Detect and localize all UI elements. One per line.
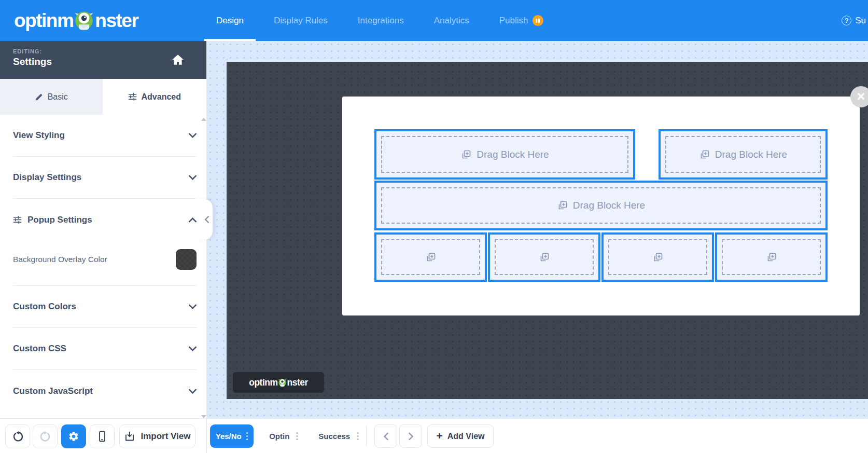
section-popup-settings-label: Popup Settings: [27, 215, 92, 225]
color-swatch[interactable]: [176, 249, 197, 270]
view-tab-success[interactable]: Success: [313, 424, 365, 448]
publish-paused-badge-icon: [533, 15, 543, 26]
section-custom-colors-label: Custom Colors: [13, 301, 76, 312]
sidebar-collapse-handle[interactable]: [199, 199, 213, 240]
previous-view-button[interactable]: [374, 424, 397, 448]
drag-block-dropzone[interactable]: [601, 232, 714, 282]
view-tab-optin[interactable]: Optin: [261, 424, 306, 448]
nav-tab-analytics[interactable]: Analytics: [422, 0, 481, 41]
sidebar-header: EDITING: Settings: [0, 41, 206, 79]
block-row-3: [374, 232, 828, 282]
redo-button[interactable]: [33, 424, 58, 448]
nav-tab-display-rules[interactable]: Display Rules: [262, 0, 340, 41]
add-block-icon: [699, 149, 710, 160]
watermark-text-prefix: optinm: [249, 377, 277, 388]
drag-block-dropzone[interactable]: [488, 232, 600, 282]
block-row-1: Drag Block Here Drag Block Here: [374, 129, 828, 180]
tab-basic-label: Basic: [48, 92, 68, 102]
nav-tab-publish[interactable]: Publish: [487, 0, 555, 41]
block-row-2: Drag Block Here: [374, 181, 828, 230]
mobile-preview-button[interactable]: [90, 424, 115, 448]
next-view-button[interactable]: [399, 424, 422, 448]
view-tab-yesno[interactable]: Yes/No: [210, 424, 254, 448]
optinmonster-logo[interactable]: optinm nster: [14, 0, 138, 41]
nav-tab-display-rules-label: Display Rules: [274, 16, 328, 26]
drag-block-dropzone[interactable]: Drag Block Here: [659, 129, 828, 180]
chevron-left-icon: [383, 432, 389, 441]
section-display-settings[interactable]: Display Settings: [13, 157, 197, 199]
import-icon: [124, 431, 135, 442]
help-label: Su: [855, 16, 866, 26]
add-block-icon: [539, 252, 550, 263]
editor-sidebar: EDITING: Settings Basic: [0, 41, 207, 418]
watermark-text-suffix: nster: [287, 377, 308, 388]
nav-tab-design[interactable]: Design: [204, 0, 256, 41]
tab-advanced[interactable]: Advanced: [103, 79, 207, 115]
section-custom-colors[interactable]: Custom Colors: [13, 286, 197, 328]
view-tab-optin-label: Optin: [269, 432, 289, 441]
add-view-label: Add View: [447, 432, 485, 441]
view-tab-yesno-label: Yes/No: [216, 432, 242, 441]
section-popup-settings-label-group: Popup Settings: [13, 215, 92, 225]
undo-icon: [12, 431, 24, 443]
app-window: optinm nster Design Display: [0, 0, 868, 453]
optinmonster-watermark-badge: optinm nster: [233, 372, 324, 393]
drag-block-label: Drag Block Here: [715, 149, 787, 160]
section-view-styling[interactable]: View Styling: [13, 115, 197, 157]
add-block-icon: [460, 149, 472, 160]
section-popup-settings-group: Popup Settings Background Overlay Color: [13, 199, 197, 286]
section-view-styling-label: View Styling: [13, 130, 65, 141]
monster-mascot-icon: [74, 9, 94, 32]
add-view-button[interactable]: + Add View: [427, 424, 494, 448]
home-icon[interactable]: [171, 53, 185, 68]
redo-icon: [39, 431, 51, 443]
field-background-overlay-color-label: Background Overlay Color: [13, 255, 107, 264]
logo-text-suffix: nster: [95, 10, 138, 32]
import-view-label: Import View: [141, 431, 190, 442]
add-block-icon: [557, 200, 568, 211]
field-background-overlay-color: Background Overlay Color: [13, 241, 197, 285]
kebab-menu-icon[interactable]: [357, 432, 359, 441]
popup-block-rows: Drag Block Here Drag Block Here: [374, 129, 828, 282]
import-view-button[interactable]: Import View: [119, 424, 195, 448]
drag-block-dropzone[interactable]: [715, 232, 828, 282]
tab-basic[interactable]: Basic: [0, 79, 103, 115]
settings-gear-button[interactable]: [61, 424, 86, 448]
design-canvas: Drag Block Here Drag Block Here: [207, 41, 868, 418]
section-popup-settings[interactable]: Popup Settings: [13, 199, 197, 241]
section-custom-css-label: Custom CSS: [13, 344, 66, 354]
chevron-down-icon: [189, 304, 197, 309]
plus-icon: +: [437, 430, 443, 441]
pencil-icon: [35, 93, 43, 101]
sidebar-scroll-up-arrow[interactable]: [201, 118, 206, 121]
monster-mascot-icon: [278, 378, 287, 388]
nav-tab-integrations[interactable]: Integrations: [346, 0, 416, 41]
kebab-menu-icon[interactable]: [296, 432, 298, 441]
drag-block-dropzone[interactable]: Drag Block Here: [374, 181, 828, 230]
section-display-settings-label: Display Settings: [13, 172, 81, 183]
chevron-down-icon: [189, 175, 197, 180]
section-custom-javascript[interactable]: Custom JavaScript: [13, 370, 197, 412]
chevron-down-icon: [189, 346, 197, 351]
nav-tab-integrations-label: Integrations: [358, 16, 404, 26]
popup-close-button[interactable]: ×: [850, 86, 868, 107]
help-support-link[interactable]: ? Su: [842, 0, 866, 41]
nav-tab-design-label: Design: [216, 16, 244, 26]
drag-block-dropzone[interactable]: Drag Block Here: [374, 129, 635, 180]
chevron-left-icon: [204, 216, 209, 223]
views-bar: Yes/No Optin Success + Add View: [207, 418, 868, 453]
logo-text-prefix: optinm: [14, 10, 73, 32]
drag-block-label: Drag Block Here: [477, 149, 549, 160]
views-divider: [366, 425, 367, 447]
popup-preview[interactable]: Drag Block Here Drag Block Here: [342, 97, 860, 315]
chevron-up-icon: [189, 217, 197, 223]
nav-tab-analytics-label: Analytics: [434, 16, 469, 26]
close-icon: ×: [857, 90, 865, 104]
editor-toolbar: Import View: [0, 418, 207, 453]
section-custom-css[interactable]: Custom CSS: [13, 328, 197, 370]
chevron-down-icon: [189, 389, 197, 394]
sidebar-tabs: Basic Advanced: [0, 79, 206, 115]
kebab-menu-icon[interactable]: [246, 432, 248, 441]
drag-block-dropzone[interactable]: [374, 232, 487, 282]
undo-button[interactable]: [5, 424, 30, 448]
